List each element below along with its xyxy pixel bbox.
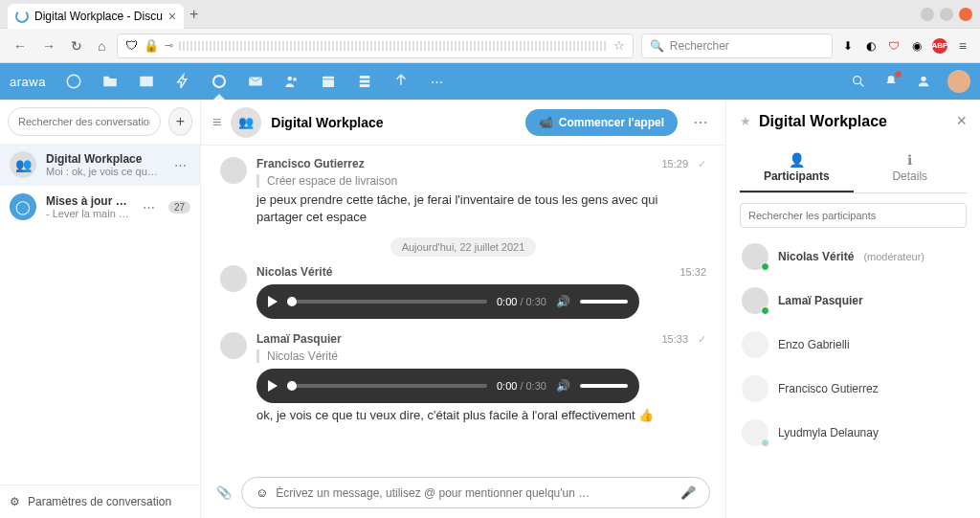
emoji-icon[interactable]: ☺	[256, 485, 268, 500]
window-close-button[interactable]	[959, 8, 972, 21]
sidebar-toggle-icon[interactable]: ≡	[212, 114, 221, 131]
contacts-icon[interactable]	[283, 73, 301, 90]
room-avatar-icon: 👥	[231, 107, 261, 138]
read-check-icon: ✓	[698, 333, 706, 346]
chat-area: ≡ 👥 Digital Workplace 📹 Commencer l'appe…	[201, 100, 726, 518]
notifications-icon[interactable]	[882, 73, 900, 90]
start-call-button[interactable]: 📹 Commencer l'appel	[525, 109, 678, 136]
svg-point-2	[213, 76, 225, 87]
message-avatar	[220, 265, 247, 292]
brand-logo[interactable]: arawa	[10, 75, 46, 89]
conversation-more-icon[interactable]: ⋯	[170, 158, 190, 172]
photos-icon[interactable]	[138, 73, 155, 90]
message-input[interactable]	[276, 486, 673, 500]
download-icon[interactable]: ⬇	[840, 38, 856, 54]
participants-list: Nicolas Vérité (modérateur)Lamaï Pasquie…	[740, 237, 967, 452]
participant-row[interactable]: Nicolas Vérité (modérateur)	[740, 237, 967, 276]
audio-player[interactable]: 0:00 / 0:30 🔊	[256, 284, 639, 319]
window-minimize-button[interactable]	[921, 8, 934, 21]
activity-icon[interactable]	[174, 73, 191, 90]
volume-slider[interactable]	[580, 384, 628, 388]
read-check-icon: ✓	[698, 158, 706, 170]
browser-search[interactable]: 🔍 Rechercher	[641, 34, 833, 58]
audio-time: 0:00 / 0:30	[497, 380, 546, 392]
chat-menu-icon[interactable]: ⋯	[687, 113, 714, 131]
svg-rect-6	[323, 77, 334, 87]
more-apps-icon[interactable]: ⋯	[429, 73, 446, 90]
user-avatar[interactable]	[947, 70, 970, 93]
home-icon[interactable]: ⌂	[94, 34, 109, 57]
message-quote: Créer espace de livraison	[256, 174, 706, 188]
moderator-label: (modérateur)	[863, 251, 924, 262]
conversation-item[interactable]: ◯ Mises à jour de Talk ✅ - Lever la main…	[0, 186, 200, 228]
volume-slider[interactable]	[580, 300, 628, 304]
shield-icon[interactable]: 🛡	[125, 38, 138, 53]
participants-search-input[interactable]	[740, 203, 967, 228]
volume-icon[interactable]: 🔊	[556, 295, 570, 308]
volume-icon[interactable]: 🔊	[556, 379, 570, 393]
message-time: 15:29	[661, 158, 688, 169]
presence-dot-icon	[761, 262, 769, 271]
compose-bar: 📎 ☺ 🎤	[201, 467, 725, 518]
reload-icon[interactable]: ↻	[67, 34, 86, 57]
url-bar[interactable]: 🛡 🔒 ⊸ ☆	[117, 34, 633, 58]
bookmark-star-icon[interactable]: ☆	[613, 38, 625, 53]
svg-rect-9	[360, 84, 370, 87]
conversation-search-input[interactable]	[8, 107, 161, 136]
audio-player[interactable]: 0:00 / 0:30 🔊	[256, 369, 639, 403]
calendar-icon[interactable]	[320, 73, 337, 90]
tab-participants[interactable]: 👤 Participants	[740, 145, 854, 192]
abp-icon[interactable]: ABP	[932, 38, 947, 54]
ublock-icon[interactable]: 🛡	[886, 38, 902, 54]
conversation-title: Digital Workplace	[46, 152, 161, 166]
participant-row[interactable]: Francisco Gutierrez	[740, 370, 967, 408]
conversation-more-icon[interactable]: ⋯	[139, 200, 159, 214]
menu-icon[interactable]: ≡	[955, 34, 970, 57]
extension-icon[interactable]: ◐	[863, 38, 879, 54]
sidebar-settings-button[interactable]: ⚙ Paramètres de conversation	[0, 484, 200, 518]
messages-list: Francisco Gutierrez 15:29 ✓ Créer espace…	[201, 146, 725, 467]
files-icon[interactable]	[101, 73, 119, 90]
dashboard-icon[interactable]	[65, 73, 82, 90]
participant-row[interactable]: Enzo Gabrielli	[740, 326, 967, 364]
video-icon: 📹	[539, 116, 553, 129]
permissions-icon[interactable]: ⊸	[165, 39, 173, 52]
mail-icon[interactable]	[247, 73, 264, 90]
participant-row[interactable]: Lyudmyla Delaunay	[740, 414, 967, 452]
talk-icon[interactable]	[211, 73, 228, 90]
extension-2-icon[interactable]: ◉	[909, 38, 924, 54]
favorite-star-icon[interactable]: ★	[740, 114, 751, 128]
deck-icon[interactable]	[356, 73, 373, 90]
details-panel: ★ Digital Workplace × 👤 Participants ℹ D…	[726, 100, 980, 518]
participant-avatar	[742, 331, 768, 358]
window-maximize-button[interactable]	[940, 8, 953, 21]
play-icon[interactable]	[268, 380, 278, 392]
new-tab-button[interactable]: +	[189, 6, 198, 23]
play-icon[interactable]	[268, 296, 278, 307]
chat-header: ≡ 👥 Digital Workplace 📹 Commencer l'appe…	[201, 100, 725, 146]
close-icon[interactable]: ×	[956, 111, 967, 131]
forward-icon[interactable]: →	[38, 34, 59, 57]
attach-icon[interactable]: 📎	[216, 485, 232, 500]
browser-tab[interactable]: Digital Workplace - Discu ×	[8, 4, 184, 29]
message: Francisco Gutierrez 15:29 ✓ Créer espace…	[220, 157, 706, 226]
back-icon[interactable]: ←	[10, 34, 31, 57]
contacts-menu-icon[interactable]	[915, 73, 932, 90]
message-text: ok, je vois ce que tu veux dire, c'était…	[256, 407, 706, 424]
presence-dot-icon	[761, 439, 769, 447]
lock-icon[interactable]: 🔒	[144, 38, 159, 53]
mic-icon[interactable]: 🎤	[680, 485, 696, 500]
compose-input-wrap[interactable]: ☺ 🎤	[241, 477, 710, 508]
upgrade-icon[interactable]	[392, 73, 410, 90]
tab-close-icon[interactable]: ×	[168, 9, 176, 24]
audio-track[interactable]	[287, 384, 487, 388]
participant-row[interactable]: Lamaï Pasquier	[740, 282, 967, 320]
message-time: 15:33	[661, 333, 688, 345]
conversation-item[interactable]: 👥 Digital Workplace Moi : ok, je vois ce…	[0, 144, 200, 186]
header-search-icon[interactable]	[850, 73, 867, 90]
new-conversation-button[interactable]: +	[168, 107, 192, 136]
audio-track[interactable]	[287, 300, 487, 304]
message-author: Nicolas Vérité	[256, 265, 332, 279]
app-header: arawa ⋯	[0, 63, 980, 100]
tab-details[interactable]: ℹ Details	[854, 145, 968, 192]
